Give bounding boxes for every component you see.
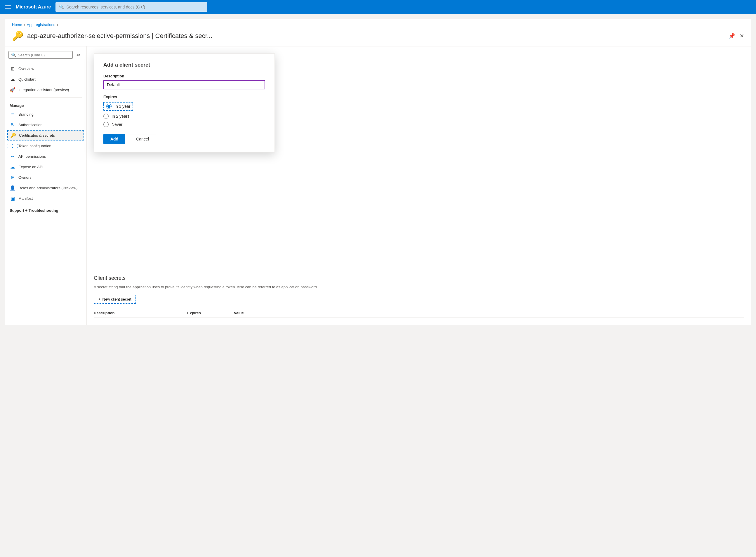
main-layout: 🔍 ≪ ⊞ Overview ☁ Quickstart 🚀 Integratio… [5, 47, 751, 325]
global-search-bar[interactable]: 🔍 [56, 2, 207, 12]
sidebar-item-branding-label: Branding [19, 112, 34, 117]
page-title: acp-azure-authorizer-selective-permissio… [27, 32, 725, 40]
sidebar-item-token[interactable]: ⋮⋮⋮ Token configuration [5, 141, 86, 151]
top-nav: Microsoft Azure 🔍 [0, 0, 756, 14]
sidebar-item-quickstart[interactable]: ☁ Quickstart [5, 74, 86, 84]
add-button[interactable]: Add [103, 134, 125, 144]
sidebar-item-api-permissions-label: API permissions [19, 154, 46, 158]
expires-never-option[interactable]: Never [103, 122, 265, 127]
page-container: Home › App registrations › 🔑 acp-azure-a… [5, 19, 751, 325]
col-expires: Expires [187, 311, 234, 315]
global-search-input[interactable] [66, 5, 204, 9]
sidebar-item-overview-label: Overview [19, 67, 34, 71]
branding-icon: ≡ [10, 111, 16, 117]
expires-radio-group: In 1 year In 2 years Never [103, 102, 265, 127]
pin-button[interactable]: 📌 [729, 33, 735, 39]
breadcrumb-sep-1: › [24, 23, 25, 27]
plus-icon: + [98, 297, 101, 301]
new-client-secret-button[interactable]: + New client secret [94, 295, 136, 304]
description-input[interactable] [103, 80, 265, 89]
sidebar-item-quickstart-label: Quickstart [19, 77, 36, 82]
col-value: Value [234, 311, 281, 315]
overview-icon: ⊞ [10, 66, 16, 71]
client-secrets-description: A secret string that the application use… [94, 284, 744, 290]
search-icon: 🔍 [59, 5, 64, 9]
api-permissions-icon: ↔ [10, 153, 16, 159]
sidebar-item-roles-label: Roles and administrators (Preview) [19, 186, 78, 190]
new-secret-label: New client secret [102, 297, 131, 301]
sidebar-search-icon: 🔍 [11, 53, 16, 57]
sidebar-item-manifest[interactable]: ▣ Manifest [5, 193, 86, 204]
page-header-icon: 🔑 [12, 30, 24, 41]
roles-icon: 👤 [10, 185, 16, 191]
expires-2years-radio[interactable] [103, 114, 109, 119]
sidebar-item-authentication-label: Authentication [19, 123, 42, 127]
breadcrumb-home[interactable]: Home [12, 23, 22, 27]
sidebar-item-expose-api[interactable]: ☁ Expose an API [5, 162, 86, 172]
sidebar-item-api-permissions[interactable]: ↔ API permissions [5, 151, 86, 162]
manage-section-label: Manage [5, 100, 86, 109]
dialog-actions: Add Cancel [103, 134, 265, 144]
sidebar-item-expose-api-label: Expose an API [19, 165, 43, 169]
sidebar-item-integration[interactable]: 🚀 Integration assistant (preview) [5, 84, 86, 95]
expires-2years-option[interactable]: In 2 years [103, 114, 265, 119]
expires-1year-label: In 1 year [115, 104, 130, 109]
add-client-secret-dialog: Add a client secret Description Expires … [94, 54, 275, 152]
content-area: Add a client secret Description Expires … [87, 47, 751, 325]
sidebar-item-certificates[interactable]: 🔑 Certificates & secrets [7, 130, 84, 141]
breadcrumb-sep-2: › [57, 23, 58, 27]
sidebar-item-certificates-label: Certificates & secrets [19, 133, 55, 138]
sidebar-item-owners-label: Owners [19, 175, 32, 180]
sidebar-item-owners[interactable]: ⊞ Owners [5, 172, 86, 182]
col-description: Description [94, 311, 187, 315]
sidebar-item-token-label: Token configuration [19, 144, 51, 148]
close-button[interactable]: ✕ [739, 33, 744, 39]
sidebar-search[interactable]: 🔍 [8, 51, 73, 59]
nav-title: Microsoft Azure [16, 4, 51, 10]
sidebar-search-input[interactable] [18, 53, 70, 57]
sidebar: 🔍 ≪ ⊞ Overview ☁ Quickstart 🚀 Integratio… [5, 47, 87, 325]
description-label: Description [103, 74, 265, 78]
breadcrumb-app-registrations[interactable]: App registrations [27, 23, 56, 27]
sidebar-collapse-btn[interactable]: ≪ [74, 51, 83, 58]
expires-never-label: Never [112, 122, 122, 127]
authentication-icon: ↻ [10, 122, 16, 128]
sidebar-item-authentication[interactable]: ↻ Authentication [5, 119, 86, 130]
header-actions: 📌 ✕ [729, 33, 744, 39]
cancel-button[interactable]: Cancel [129, 134, 156, 144]
sidebar-item-roles[interactable]: 👤 Roles and administrators (Preview) [5, 182, 86, 193]
owners-icon: ⊞ [10, 174, 16, 180]
breadcrumb: Home › App registrations › [5, 19, 751, 27]
expires-2years-label: In 2 years [112, 114, 129, 119]
sidebar-item-integration-label: Integration assistant (preview) [19, 88, 69, 92]
integration-icon: 🚀 [10, 87, 16, 93]
page-header: 🔑 acp-azure-authorizer-selective-permiss… [5, 27, 751, 47]
dialog-title: Add a client secret [103, 62, 265, 68]
expires-1year-radio[interactable] [106, 104, 112, 109]
certificates-icon: 🔑 [10, 132, 16, 138]
manifest-icon: ▣ [10, 196, 16, 201]
sidebar-item-overview[interactable]: ⊞ Overview [5, 63, 86, 74]
expires-never-radio[interactable] [103, 122, 109, 127]
client-secrets-title: Client secrets [94, 275, 744, 281]
token-icon: ⋮⋮⋮ [10, 143, 16, 149]
sidebar-divider [10, 97, 82, 97]
expose-api-icon: ☁ [10, 164, 16, 170]
hamburger-menu[interactable] [5, 5, 11, 9]
client-secrets-section: Client secrets A secret string that the … [94, 275, 744, 318]
sidebar-item-manifest-label: Manifest [19, 196, 33, 201]
support-label: Support + Troubleshooting [10, 208, 82, 213]
expires-1year-option[interactable]: In 1 year [103, 102, 133, 111]
sidebar-item-branding[interactable]: ≡ Branding [5, 109, 86, 119]
table-headers: Description Expires Value [94, 309, 744, 318]
expires-label: Expires [103, 95, 265, 99]
quickstart-icon: ☁ [10, 76, 16, 82]
